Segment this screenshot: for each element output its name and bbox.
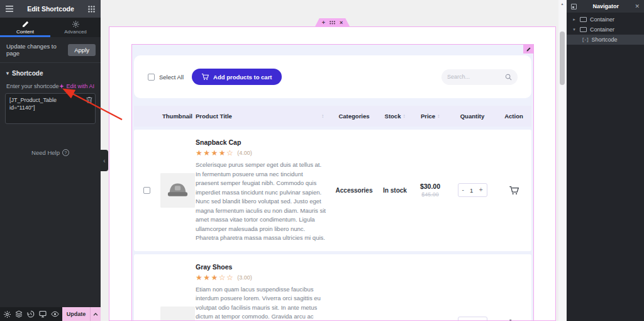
select-all[interactable]: Select All <box>148 74 184 81</box>
product-price: $50.00 <box>412 320 448 320</box>
sparkle-icon <box>59 84 64 89</box>
table-toolbar: Select All Add products to cart <box>134 55 531 98</box>
cart-icon <box>509 319 519 320</box>
global-layers-icon[interactable] <box>15 310 23 318</box>
table-header: Thumbnail Product Title ↕ Categories Sto… <box>134 106 531 127</box>
navigator-title: Navigator <box>577 3 635 9</box>
shortcode-input-wrap: [JT_Product_Table id="1140"] <box>5 93 96 127</box>
column-quantity: Quantity <box>448 113 496 120</box>
panel-tabs: Content Advanced <box>0 18 101 37</box>
gear-icon <box>72 21 79 28</box>
container-icon <box>580 27 587 32</box>
column-categories: Categories <box>330 113 378 120</box>
history-icon[interactable] <box>27 310 35 318</box>
quantity-stepper: - 1 + <box>458 317 487 320</box>
update-changes-label: Update changes to page <box>6 43 68 57</box>
shortcode-field-row: Enter your shortcode Edit with AI <box>0 81 101 93</box>
add-container-icon[interactable]: + <box>322 20 325 26</box>
product-price: $30.00 $45.00 <box>412 183 448 198</box>
product-old-price: $45.00 <box>421 191 439 198</box>
pencil-icon <box>526 47 531 52</box>
add-to-cart-action[interactable] <box>496 186 531 195</box>
container-icon <box>580 17 587 22</box>
product-stock: In stock <box>378 187 412 194</box>
product-title[interactable]: Gray Shoes <box>196 263 326 271</box>
shortcode-widget[interactable]: Select All Add products to cart <box>131 44 534 320</box>
table-row: Gray Shoes ★★★☆☆ (3.00) Etiam non quam l… <box>134 254 531 321</box>
search-icon[interactable] <box>505 74 512 81</box>
shortcode-section-header[interactable]: ▾ Shortcode <box>0 63 101 81</box>
panel-collapse-handle[interactable]: ‹ <box>101 150 108 171</box>
page-container[interactable]: + × Select All Ad <box>109 26 556 321</box>
scrollbar-thumb[interactable] <box>560 31 565 85</box>
navigator-tree: ▸ Container ▾ Container [-] Shortcode <box>567 13 644 45</box>
hamburger-menu-icon[interactable] <box>6 6 13 12</box>
chevron-right-icon[interactable]: ▸ <box>572 17 577 22</box>
rating-count: (3.00) <box>237 274 252 281</box>
product-description: Etiam non quam lacus suspendisse faucibu… <box>196 285 326 321</box>
close-icon[interactable]: ✕ <box>635 3 640 9</box>
product-thumbnail-cap <box>160 173 195 208</box>
trash-icon[interactable] <box>86 96 92 103</box>
cart-icon <box>201 73 209 81</box>
select-all-checkbox[interactable] <box>148 74 155 81</box>
shortcode-input[interactable]: [JT_Product_Table id="1140"] <box>5 93 96 124</box>
quantity-decrease-button[interactable]: - <box>462 187 464 193</box>
canvas-scrollbar[interactable]: ▲ <box>558 0 566 321</box>
star-rating: ★★★★☆ <box>196 149 234 157</box>
chevron-down-icon: ▾ <box>6 70 9 76</box>
tab-advanced[interactable]: Advanced <box>50 18 101 37</box>
quantity-value: 1 <box>470 187 473 194</box>
tab-content[interactable]: Content <box>0 18 50 37</box>
rating-count: (4.00) <box>237 150 252 156</box>
dock-icon[interactable] <box>571 4 577 9</box>
elementor-editor: Edit Shortcode Content Advanced Update c… <box>0 0 644 321</box>
sort-icon[interactable]: ↕ <box>321 113 324 119</box>
navigator-panel: Navigator ✕ ▸ Container ▾ Container [-] … <box>567 0 644 321</box>
column-action: Action <box>496 113 531 120</box>
widget-edit-handle[interactable] <box>523 45 533 54</box>
help-icon: ? <box>62 149 69 156</box>
drag-container-icon[interactable] <box>330 21 335 25</box>
sort-icon[interactable]: ↕ <box>402 113 405 119</box>
product-category: Accessories <box>330 187 378 194</box>
delete-container-icon[interactable]: × <box>340 20 343 26</box>
shortcode-icon: [-] <box>582 37 589 42</box>
cart-icon <box>509 186 519 195</box>
edit-with-ai-link[interactable]: Edit with AI <box>59 83 94 89</box>
product-description: Scelerisque purus semper eget duis at te… <box>196 160 326 243</box>
row-checkbox[interactable] <box>143 187 150 194</box>
navigator-item-shortcode[interactable]: [-] Shortcode <box>567 35 644 45</box>
navigator-item-container-1[interactable]: ▸ Container <box>567 14 644 25</box>
add-products-to-cart-button[interactable]: Add products to cart <box>192 69 281 85</box>
container-handle: + × <box>315 18 350 27</box>
apply-button[interactable]: Apply <box>68 44 96 56</box>
scroll-up-arrow[interactable]: ▲ <box>558 1 566 6</box>
column-thumbnail: Thumbnail <box>159 113 196 120</box>
settings-gear-icon[interactable] <box>4 311 11 318</box>
panel-header: Edit Shortcode <box>0 0 101 18</box>
search-input[interactable] <box>447 74 505 80</box>
update-button[interactable]: Update <box>62 307 90 321</box>
navigator-header: Navigator ✕ <box>567 0 644 13</box>
responsive-mode-icon[interactable] <box>39 310 47 318</box>
quantity-stepper: - 1 + <box>458 183 487 197</box>
star-rating: ★★★☆☆ <box>196 274 234 281</box>
update-options-caret[interactable] <box>90 307 101 321</box>
panel-footer: Update <box>0 307 101 321</box>
update-button-group: Update <box>62 307 101 321</box>
column-stock: Stock ↕ <box>378 113 412 120</box>
product-thumbnail-shoes <box>160 307 195 320</box>
quantity-increase-button[interactable]: + <box>479 187 483 193</box>
add-to-cart-action[interactable] <box>496 319 531 320</box>
preview-eye-icon[interactable] <box>51 311 59 317</box>
need-help-link[interactable]: Need Help ? <box>0 149 101 156</box>
navigator-item-container-2[interactable]: ▾ Container <box>567 25 644 35</box>
search-box <box>441 69 518 85</box>
sort-icon[interactable]: ↕ <box>437 113 440 119</box>
product-title[interactable]: Snapback Cap <box>196 138 326 146</box>
table-row: Snapback Cap ★★★★☆ (4.00) Scelerisque pu… <box>134 130 531 251</box>
chevron-down-icon[interactable]: ▾ <box>572 27 577 32</box>
column-price: Price ↕ <box>412 113 448 120</box>
widgets-grid-icon[interactable] <box>88 6 95 13</box>
